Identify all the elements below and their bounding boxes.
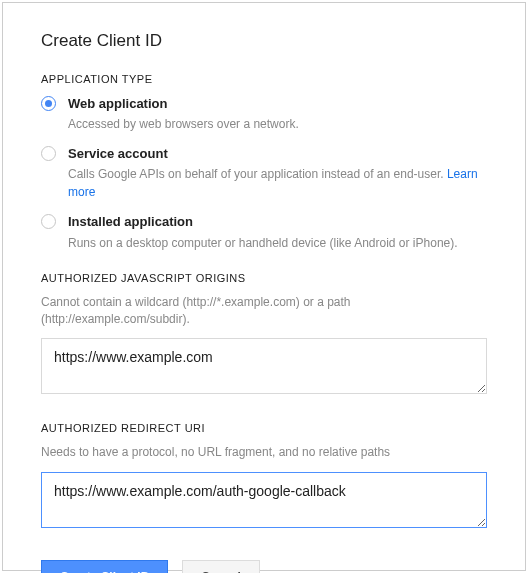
radio-web-application[interactable]: Web application Accessed by web browsers… (41, 95, 487, 133)
radio-label: Web application (68, 95, 487, 113)
application-type-label: APPLICATION TYPE (41, 73, 487, 85)
dialog-title: Create Client ID (41, 31, 487, 51)
redirect-uri-description: Needs to have a protocol, no URL fragmen… (41, 444, 487, 461)
button-row: Create Client ID Cancel (41, 560, 487, 573)
radio-service-account[interactable]: Service account Calls Google APIs on beh… (41, 145, 487, 201)
create-client-id-dialog: Create Client ID APPLICATION TYPE Web ap… (2, 2, 526, 571)
radio-description: Calls Google APIs on behalf of your appl… (68, 165, 487, 201)
application-type-group: Web application Accessed by web browsers… (41, 95, 487, 252)
js-origins-description: Cannot contain a wildcard (http://*.exam… (41, 294, 487, 329)
radio-description: Accessed by web browsers over a network. (68, 115, 487, 133)
radio-label: Installed application (68, 213, 487, 231)
radio-button-icon (41, 214, 56, 229)
js-origins-label: AUTHORIZED JAVASCRIPT ORIGINS (41, 272, 487, 284)
js-origins-input[interactable] (41, 338, 487, 394)
create-client-id-button[interactable]: Create Client ID (41, 560, 168, 573)
radio-label: Service account (68, 145, 487, 163)
radio-installed-application[interactable]: Installed application Runs on a desktop … (41, 213, 487, 251)
cancel-button[interactable]: Cancel (182, 560, 259, 573)
radio-description: Runs on a desktop computer or handheld d… (68, 234, 487, 252)
radio-dot-icon (45, 100, 52, 107)
redirect-uri-label: AUTHORIZED REDIRECT URI (41, 422, 487, 434)
radio-button-icon (41, 146, 56, 161)
redirect-uri-input[interactable] (41, 472, 487, 528)
radio-button-icon (41, 96, 56, 111)
